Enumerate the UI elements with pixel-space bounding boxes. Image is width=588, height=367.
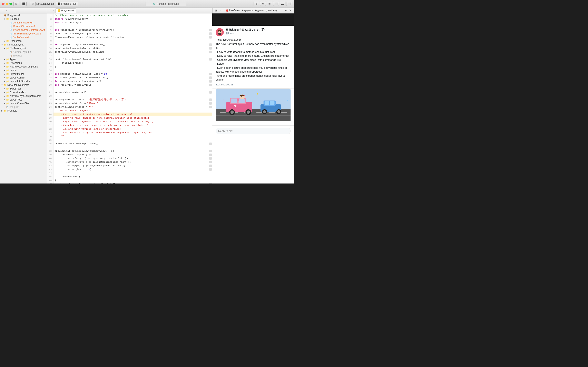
playground-label: Playground (7, 14, 20, 17)
nallayoutcompat-label: NotAutoLayo...ompatibleTest (10, 95, 41, 98)
file-replyview: ReplyView.swift (13, 36, 30, 39)
svg-point-24 (237, 99, 239, 101)
code-line-44: 44 } (47, 171, 212, 175)
sidebar-item-iphonexcontroller[interactable]: 📄 IPhoneXScree...ontroller.swift (0, 28, 47, 32)
code-line-43: 43 .setHeight(to: 50) (47, 167, 212, 171)
sidebar-item-layout[interactable]: 📁 Layout (0, 68, 47, 72)
refresh-button[interactable]: ↻ (260, 2, 266, 6)
sidebar-item-replyview[interactable]: 📄 ReplyView.swift (0, 35, 47, 39)
sidebar-left-button[interactable]: ⬜ (273, 2, 279, 6)
layoutmaker-label: LayoutMaker (10, 73, 24, 75)
split-button[interactable]: ▬ (280, 2, 285, 6)
code-line-25: 25 summaryView.subTitle = "@lovee" (47, 101, 212, 105)
code-line-36: 36 contentsView.timeStamp = Date() (47, 142, 212, 146)
code-line-30: 30 - Capable with dynamic view sizes (wi… (47, 120, 212, 124)
code-editor[interactable]: 1 //: Playground – noun: a place where p… (47, 13, 212, 184)
live-view-controls: + ✕ (284, 9, 292, 12)
sidebar-item-nal-header[interactable]: 📋 NotAutoLayout.h (0, 50, 47, 54)
avatar (216, 28, 224, 36)
sidebar-item-products[interactable]: 📁 Products (0, 109, 47, 113)
file-tests-plist: Info.plist (9, 106, 18, 108)
code-line-32: 32 layouts with various kinds of propert… (47, 127, 212, 131)
titlebar: ▶ ⬛ 🗂 NotAutoLayout ▶ 📱 iPhone 8 Plus ⚙ … (0, 0, 294, 8)
nalcompat-label: NotAutoLayoutCompatible (10, 65, 38, 68)
editor-nav-prev[interactable]: ‹ (2, 9, 4, 12)
sidebar-item-nallayoutcompat-test[interactable]: 📁 NotAutoLayo...ompatibleTest (0, 94, 47, 98)
sidebar-item-naltests-group[interactable]: 📁 NotAutoLayoutTests (0, 83, 47, 87)
editor-nav-next[interactable]: › (5, 9, 8, 12)
live-add-button[interactable]: + (284, 9, 287, 12)
typestest-label: TypesTest (10, 87, 21, 90)
code-line-19: 19 let contentsView = ContentsView() (47, 80, 212, 83)
code-line-10: 10 appView.backgroundColor = .white (47, 47, 212, 50)
grid-view-button[interactable]: ⊞ (254, 2, 259, 6)
code-line-12: 12 (47, 54, 212, 58)
tweet-header: 星野恵瑠@今日も1日フレンズ㌾ @lovee (216, 28, 291, 36)
sidebar-item-types[interactable]: 📁 Types (0, 58, 47, 61)
sources-arrow (3, 18, 6, 20)
code-line-5: 5 let controller = IPhoneXScreenControll… (47, 28, 212, 32)
live-nav-next[interactable]: › (223, 9, 225, 12)
sidebar-item-notautolayout-sub[interactable]: 📁 NotAutoLayout (0, 47, 47, 50)
live-nav-grid[interactable]: ⊞ (214, 9, 218, 12)
sidebar-item-sources[interactable]: 📁 Sources (0, 17, 47, 21)
tweet-card: 星野恵瑠@今日も1日フレンズ㌾ @lovee Hello, NotAutoLay… (212, 26, 294, 89)
file-iphonexscreen: IPhoneXScreen.swift (13, 25, 35, 28)
tweet-line3: - Easy to write (thanks to method-chain … (216, 50, 275, 53)
stop-button[interactable]: ⬛ (21, 2, 26, 6)
svg-rect-18 (231, 99, 237, 103)
live-close-button[interactable]: ✕ (288, 9, 292, 12)
sidebar-item-playground-root[interactable]: 📦 Playground (0, 13, 47, 17)
tweet-body: Hello, NotAutoLayout! The new NotAutoLay… (216, 38, 291, 82)
playground-arrow (1, 14, 3, 16)
sidebar-item-tests-plist[interactable]: 📋 Info.plist (0, 105, 47, 109)
code-nav-next[interactable]: › (52, 9, 55, 12)
sidebar-item-profilesummary[interactable]: 📄 ProfileSummaryView.swift (0, 32, 47, 35)
play-button[interactable]: ▶ (13, 2, 19, 6)
sidebar-item-nalcompat[interactable]: 📁 NotAutoLayoutCompatible (0, 65, 47, 68)
sidebar-right-button[interactable]: ⬜ (286, 2, 292, 6)
reply-bar[interactable] (212, 125, 294, 136)
layoutcontrol-icon: 📁 (6, 76, 9, 79)
sidebar-item-resources[interactable]: 📁 Resources (0, 39, 47, 43)
sidebar-item-layoutcontrol[interactable]: 📁 LayoutControl (0, 76, 47, 80)
live-breadcrumb: 🔴 Live View › Playground.playground (Liv… (226, 9, 277, 12)
sidebar-item-iphonexscreen[interactable]: 📄 IPhoneXScreen.swift (0, 25, 47, 28)
extensions-label: Extensions (10, 62, 22, 64)
products-arrow (1, 110, 3, 112)
live-nav-prev[interactable]: ‹ (219, 9, 222, 12)
live-view-label: Live View (229, 9, 240, 12)
sidebar-item-layoutcontroltest[interactable]: 📁 LayoutControlTest (0, 101, 47, 105)
code-line-28: 28 - Easy to write (thanks to method-cha… (47, 113, 212, 116)
code-line-3: 3 import NotAutoLayout (47, 21, 212, 25)
sidebar-item-typestest[interactable]: 📁 TypesTest (0, 87, 47, 91)
maximize-button[interactable] (9, 3, 12, 5)
sidebar-item-layoutmaker[interactable]: 📁 LayoutMaker (0, 72, 47, 76)
sidebar-item-notautolayout-group[interactable]: 📁 NotAutoLayout (0, 43, 47, 47)
sidebar-item-nal-plist[interactable]: 📋 Info.plist (0, 54, 47, 58)
tweet-line2: The new NotAutoLayout 3.0 now has even b… (216, 42, 289, 50)
code-line-46: 46 } (47, 179, 212, 182)
close-button[interactable] (2, 3, 4, 5)
sidebar-item-layoutinfostorable[interactable]: 📁 LayoutInfoStorable (0, 80, 47, 83)
layoutcontroltest-label: LayoutControlTest (10, 102, 30, 105)
sidebar-item-extensionstest[interactable]: 📁 ExtensionsTest (0, 91, 47, 94)
minimize-button[interactable] (6, 3, 8, 5)
tweet-image: ❤ (216, 89, 291, 121)
reply-input[interactable] (216, 128, 291, 134)
playground-tab[interactable]: 🟡 Playground (55, 8, 76, 13)
tweet-line7: - And one more thing: an experienmental … (216, 74, 285, 81)
nal-group-arrow (1, 44, 3, 46)
naltests-label: NotAutoLayoutTests (7, 83, 29, 86)
code-nav-prev[interactable]: ‹ (49, 9, 51, 12)
swap-button[interactable]: ⇄ (267, 2, 272, 6)
types-label: Types (10, 58, 16, 61)
sidebar-item-layouttest[interactable]: 📁 LayoutTest (0, 98, 47, 101)
code-line-38: 38 appView.nal.setupSubview(summaryView)… (47, 149, 212, 153)
svg-point-33 (277, 110, 280, 113)
sidebar-item-contentsview[interactable]: 📄 ContentsView.swift (0, 21, 47, 25)
sidebar-item-extensions[interactable]: 📁 Extensions (0, 61, 47, 65)
svg-point-6 (221, 32, 222, 33)
code-line-34-close: 34 """ (47, 134, 212, 138)
live-view-content[interactable]: 星野恵瑠@今日も1日フレンズ㌾ @lovee Hello, NotAutoLay… (212, 13, 294, 184)
